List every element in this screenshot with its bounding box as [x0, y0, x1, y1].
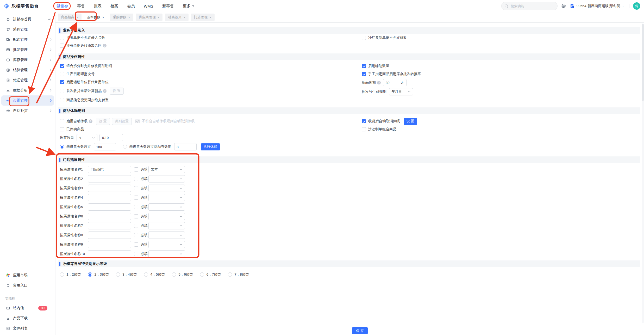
radio[interactable] — [88, 272, 92, 277]
checkbox[interactable] — [362, 36, 366, 40]
required-checkbox[interactable] — [134, 214, 138, 218]
menu-item-retail[interactable]: 零售 — [73, 0, 89, 12]
menu-item-more[interactable]: 更多 — [178, 0, 199, 12]
sidebar-item-purchase[interactable]: 采购管理 — [0, 24, 55, 34]
radio[interactable] — [60, 272, 64, 277]
sidebar-item-inventory[interactable]: 库存管理 — [0, 55, 55, 65]
close-tab-icon[interactable]: × — [209, 15, 211, 19]
collapse-sidebar-icon[interactable] — [48, 17, 52, 21]
help-icon[interactable] — [103, 44, 107, 47]
ext-attr-name-input[interactable] — [88, 241, 131, 248]
radio[interactable] — [172, 272, 176, 277]
required-checkbox[interactable] — [134, 186, 138, 190]
ext-attr-name-input[interactable] — [88, 203, 131, 211]
ext-attr-type-select[interactable] — [148, 241, 185, 248]
settings-button-disabled[interactable]: 设 置 — [110, 88, 124, 95]
search-box[interactable] — [501, 2, 558, 10]
ext-attr-name-input[interactable] — [88, 250, 131, 258]
menu-item-wms[interactable]: WMS — [139, 0, 158, 12]
no-purchase-days-input[interactable]: 180 — [94, 143, 116, 150]
close-tab-icon[interactable]: × — [183, 15, 185, 19]
new-product-cycle-input[interactable]: 30天 — [383, 79, 407, 86]
ext-attr-name-input[interactable] — [88, 175, 131, 182]
tab-basic-params[interactable]: 基本参数× — [84, 14, 108, 21]
ext-attr-name-input[interactable]: 门店编号 — [88, 166, 131, 173]
category-settings-button-disabled[interactable]: 类别设置 — [112, 118, 132, 125]
radio[interactable] — [200, 272, 204, 277]
ext-attr-type-select[interactable] — [148, 203, 185, 211]
stock-qty-input[interactable]: 0.10 — [99, 134, 123, 141]
menu-item-members[interactable]: 会员 — [123, 0, 139, 12]
menu-item-reports[interactable]: 报表 — [89, 0, 106, 12]
settings-button-disabled[interactable]: 设 置 — [96, 118, 110, 125]
ext-attr-name-input[interactable] — [88, 185, 131, 192]
checkbox[interactable] — [362, 127, 366, 131]
sidebar-item-analytics[interactable]: 数据分析 — [0, 85, 55, 95]
ext-attr-type-select[interactable] — [148, 250, 185, 258]
tab-supplier-mgmt[interactable]: 供应商管理× — [136, 14, 163, 21]
checkbox[interactable] — [60, 64, 64, 68]
required-checkbox[interactable] — [134, 167, 138, 172]
radio[interactable] — [60, 145, 64, 149]
close-tab-icon[interactable]: × — [158, 15, 160, 19]
sidebar-item-auto-replenish[interactable]: 自动补货 — [0, 106, 55, 116]
tab-goods-archive[interactable]: 商品档案× — [58, 14, 82, 21]
sidebar-item-settlement[interactable]: 结算管理 — [0, 65, 55, 75]
ext-attr-type-select[interactable] — [148, 222, 185, 229]
radio[interactable] — [144, 272, 148, 277]
sidebar-item-delivery[interactable]: 配送管理 — [0, 34, 55, 45]
close-tab-icon[interactable]: × — [128, 15, 130, 19]
ext-attr-type-select[interactable] — [148, 185, 185, 192]
sidebar-item-wholesale[interactable]: 批发管理 — [0, 45, 55, 55]
tab-store-mgmt[interactable]: 门店管理× — [191, 14, 215, 21]
ext-attr-name-input[interactable] — [88, 194, 131, 201]
radio[interactable] — [228, 272, 232, 277]
checkbox[interactable] — [60, 72, 64, 76]
radio[interactable] — [123, 145, 127, 149]
required-checkbox[interactable] — [134, 252, 138, 256]
sidebar-item-favorites[interactable]: 常用入口 — [0, 280, 55, 290]
checkbox[interactable] — [60, 89, 64, 93]
company-selector[interactable]: 99664-新界面商超版测试-管理... — [570, 4, 626, 8]
user-avatar[interactable]: 曾 — [633, 2, 640, 10]
checkbox[interactable] — [60, 127, 64, 131]
required-checkbox[interactable] — [134, 242, 138, 247]
checkbox[interactable] — [362, 72, 366, 76]
checkbox[interactable] — [60, 98, 64, 102]
required-checkbox[interactable] — [134, 196, 138, 200]
help-icon[interactable] — [103, 89, 107, 93]
required-checkbox[interactable] — [134, 233, 138, 237]
ext-attr-name-input[interactable] — [88, 232, 131, 239]
ext-attr-type-select[interactable] — [148, 232, 185, 239]
search-input[interactable] — [510, 4, 545, 8]
required-checkbox[interactable] — [134, 177, 138, 181]
help-icon[interactable] — [89, 119, 92, 123]
tab-archive-home[interactable]: 档案首页× — [165, 14, 189, 21]
execute-dormancy-button[interactable]: 执行休眠 — [201, 143, 220, 150]
menu-item-purchase-sale-stock[interactable]: 进销存 — [52, 0, 73, 12]
batch-rule-select[interactable]: 年月日 — [389, 88, 413, 95]
stock-operator-select[interactable]: < — [77, 134, 97, 141]
ext-attr-type-select[interactable]: 文本 — [148, 166, 185, 173]
sidebar-item-app-market[interactable]: 应用市场 — [0, 270, 55, 280]
checkbox[interactable] — [60, 80, 64, 84]
settings-button[interactable]: 设 置 — [404, 118, 417, 125]
sidebar-item-voucher[interactable]: 凭证管理 — [0, 75, 55, 85]
close-tab-icon[interactable]: × — [102, 15, 104, 19]
checkbox[interactable] — [60, 119, 64, 123]
validity-days-input[interactable]: 8 — [174, 143, 197, 150]
checkbox[interactable] — [362, 64, 366, 68]
sidebar-item-home[interactable]: 进销存首页 — [0, 14, 55, 24]
sidebar-item-settings[interactable]: 设置管理 — [1, 95, 54, 106]
menu-item-archives[interactable]: 档案 — [106, 0, 123, 12]
checkbox[interactable] — [60, 36, 64, 40]
save-button[interactable]: 保 存 — [352, 327, 368, 334]
required-checkbox[interactable] — [134, 224, 138, 228]
checkbox[interactable] — [60, 44, 64, 48]
ext-attr-type-select[interactable] — [148, 213, 185, 220]
ext-attr-name-input[interactable] — [88, 213, 131, 220]
scrollbar-thumb[interactable] — [642, 24, 644, 101]
help-icon[interactable] — [377, 81, 381, 84]
close-tab-icon[interactable]: × — [76, 15, 78, 19]
sidebar-item-messages[interactable]: 站内信 39 — [0, 303, 55, 313]
